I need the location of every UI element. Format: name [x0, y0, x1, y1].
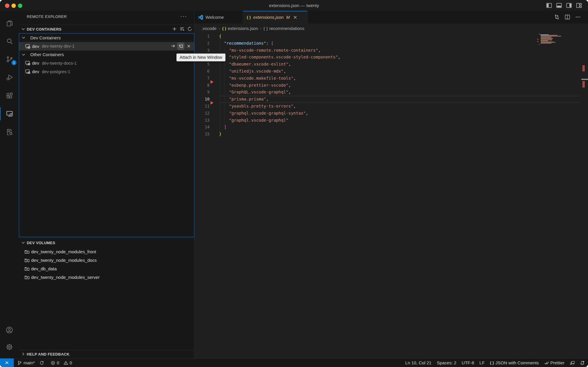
code-line[interactable]: 12 "graphql.vscode-graphql-syntax",	[194, 110, 340, 117]
git-branch-icon	[17, 361, 22, 365]
container-icon	[25, 43, 31, 49]
line-number[interactable]: 10	[194, 96, 210, 103]
close-icon[interactable]	[293, 15, 298, 20]
breadcrumb-symbol[interactable]: recommendations	[269, 26, 304, 31]
toggle-primary-sidebar-icon[interactable]	[546, 2, 552, 9]
customize-layout-icon[interactable]	[576, 2, 582, 9]
sidebar-more-actions-icon[interactable]: ···	[180, 13, 187, 19]
sidebar-item-dev-containers[interactable]	[0, 124, 19, 140]
code-line[interactable]: 5 "dbaeumer.vscode-eslint",	[194, 61, 340, 68]
code-line[interactable]: 2 "recommendations": [	[194, 40, 340, 47]
formatter-status[interactable]: Prettier	[542, 358, 567, 367]
branch-status[interactable]: main*	[15, 358, 37, 367]
line-number[interactable]: 6	[194, 68, 210, 75]
code-lines[interactable]: 1{2 "recommendations": [3 "ms-vscode-rem…	[194, 33, 340, 138]
sidebar-item-search[interactable]	[0, 33, 19, 49]
indentation-status[interactable]: Spaces: 2	[434, 358, 459, 367]
split-editor-icon[interactable]	[564, 14, 570, 20]
volume-item[interactable]: dev_twenty_node_modules_server	[19, 273, 194, 281]
tab-extensions-json[interactable]: { } extensions.json M	[243, 11, 308, 24]
feedback-button[interactable]	[567, 358, 577, 367]
remote-indicator[interactable]	[0, 358, 14, 367]
line-number[interactable]: 8	[194, 82, 210, 89]
minimap-line	[541, 37, 551, 38]
code-line[interactable]: 1{	[194, 33, 340, 40]
branch-label: main*	[24, 360, 35, 365]
minimap-line	[541, 40, 552, 40]
line-number[interactable]: 15	[194, 131, 210, 138]
code-line[interactable]: 14 ]	[194, 124, 340, 131]
toggle-secondary-sidebar-icon[interactable]	[566, 2, 572, 9]
line-number[interactable]: 7	[194, 75, 210, 82]
title-bar[interactable]: extensions.json — twenty	[0, 0, 588, 11]
settings-button[interactable]	[0, 339, 19, 355]
breadcrumb-file[interactable]: extensions.json	[228, 26, 258, 31]
braces-icon: { }	[490, 361, 494, 365]
sync-status[interactable]	[37, 358, 46, 367]
code-line[interactable]: 13 "graphql.vscode-graphql"	[194, 117, 340, 124]
refresh-icon[interactable]	[187, 26, 192, 31]
line-number[interactable]: 5	[194, 61, 210, 68]
line-number[interactable]: 12	[194, 110, 210, 117]
section-header-dev-containers[interactable]: DEV CONTAINERS	[19, 24, 194, 33]
tree-item-container[interactable]: devdev-twenty-docs-1	[19, 59, 194, 67]
status-bar: main* 0 0 Ln 10, Col 21 Spaces: 2 UTF-8 …	[0, 358, 588, 367]
line-number[interactable]: 14	[194, 124, 210, 131]
accounts-button[interactable]	[0, 322, 19, 338]
volume-item[interactable]: dev_db_data	[19, 264, 194, 273]
code-text: "unifiedjs.vscode-mdx",	[219, 68, 286, 75]
section-header-dev-volumes[interactable]: DEV VOLUMES	[19, 238, 194, 247]
tree-item-container[interactable]: devdev-twenty-dev-1	[19, 42, 194, 51]
volume-item[interactable]: dev_twenty_node_modules_docs	[19, 256, 194, 264]
line-number[interactable]: 9	[194, 89, 210, 96]
dev-containers-tree[interactable]: Dev Containersdevdev-twenty-dev-1Other C…	[19, 33, 194, 237]
notifications-button[interactable]	[577, 358, 586, 367]
tree-group-row[interactable]: Other Containers	[19, 51, 194, 59]
code-line[interactable]: 9 "GraphQL.vscode-graphql",	[194, 89, 340, 96]
line-number[interactable]: 2	[194, 40, 210, 47]
sidebar-item-source-control[interactable]: 1	[0, 51, 19, 67]
breadcrumb-folder[interactable]: .vscode	[201, 26, 217, 31]
tab-welcome[interactable]: Welcome	[194, 11, 243, 24]
line-number[interactable]: 1	[194, 33, 210, 40]
code-line[interactable]: 7 "ms-vscode.makefile-tools",	[194, 75, 340, 82]
eol-status[interactable]: LF	[477, 358, 487, 367]
code-line[interactable]: 11 "yoavbls.pretty-ts-errors",	[194, 103, 340, 110]
toggle-panel-icon[interactable]	[556, 2, 562, 9]
sidebar-item-remote-explorer[interactable]	[0, 106, 19, 121]
stop-icon[interactable]	[186, 43, 192, 49]
code-text: "yoavbls.pretty-ts-errors",	[219, 103, 296, 110]
cursor-position-status[interactable]: Ln 10, Col 21	[402, 358, 434, 367]
line-number[interactable]: 11	[194, 103, 210, 110]
sidebar-item-extensions[interactable]	[0, 88, 19, 103]
code-line[interactable]: 8 "esbenp.prettier-vscode",	[194, 82, 340, 89]
attach-in-current-window-icon[interactable]	[170, 43, 176, 49]
code-line[interactable]: 10 "prisma.prisma",	[194, 96, 340, 103]
tree-item-container[interactable]: devdev-postgres-1	[19, 67, 194, 76]
clear-list-icon[interactable]	[180, 26, 185, 31]
volume-icon	[24, 266, 30, 272]
language-mode-status[interactable]: { } JSON with Comments	[487, 358, 541, 367]
open-changes-icon[interactable]	[554, 14, 560, 20]
more-actions-icon[interactable]	[575, 14, 581, 20]
editor-content[interactable]: 1{2 "recommendations": [3 "ms-vscode-rem…	[194, 33, 588, 358]
overview-ruler[interactable]	[581, 33, 588, 358]
sidebar-item-run-debug[interactable]	[0, 70, 19, 85]
problems-status[interactable]: 0 0	[48, 358, 74, 367]
sidebar-item-explorer[interactable]	[0, 16, 19, 31]
code-line[interactable]: 15}	[194, 131, 340, 138]
line-number[interactable]: 3	[194, 47, 210, 54]
section-header-help-feedback[interactable]: HELP AND FEEDBACK	[19, 350, 194, 358]
code-line[interactable]: 3 "ms-vscode-remote.remote-containers",	[194, 47, 340, 54]
attach-in-new-window-icon[interactable]	[178, 43, 184, 49]
indentation-label: Spaces: 2	[437, 360, 457, 365]
minimap-line	[541, 37, 552, 37]
encoding-status[interactable]: UTF-8	[459, 358, 477, 367]
section-title: HELP AND FEEDBACK	[27, 352, 69, 356]
line-number[interactable]: 13	[194, 117, 210, 124]
tree-group-row[interactable]: Dev Containers	[19, 33, 194, 42]
code-line[interactable]: 6 "unifiedjs.vscode-mdx",	[194, 68, 340, 75]
new-dev-container-icon[interactable]	[172, 26, 177, 31]
volume-item[interactable]: dev_twenty_node_modules_front	[19, 247, 194, 256]
minimap[interactable]	[537, 33, 560, 47]
